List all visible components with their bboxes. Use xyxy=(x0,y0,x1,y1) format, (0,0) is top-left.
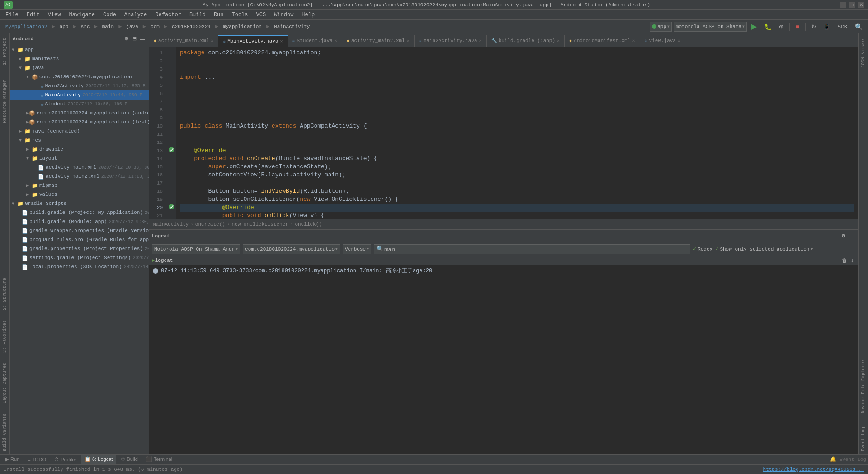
toolbar-project-breadcrumb[interactable]: MyApplication2 xyxy=(3,22,50,32)
logcat-clear-button[interactable]: 🗑 xyxy=(840,256,849,265)
toolbar-src[interactable]: src xyxy=(78,22,93,32)
tab-mainactivity-java[interactable]: ☕ MainActivity.java ✕ xyxy=(218,35,288,47)
tree-package-androidtest[interactable]: ▶ 📦 com.c201801020224.myapplication (and… xyxy=(10,109,149,118)
right-tab-device-explorer[interactable]: Device File Explorer xyxy=(859,356,867,416)
run-button[interactable]: ▶ xyxy=(749,22,760,32)
avd-button[interactable]: 📱 xyxy=(821,22,833,32)
logcat-scroll-end-button[interactable]: ↓ xyxy=(849,256,855,265)
tab-close-active[interactable]: ✕ xyxy=(280,38,283,44)
logcat-settings-button[interactable]: ⚙ xyxy=(840,231,847,241)
bottom-tab-profiler[interactable]: ⏱ Profiler xyxy=(51,455,80,464)
menu-refactor[interactable]: Refactor xyxy=(151,11,185,19)
run-config-selector[interactable]: app ▼ xyxy=(650,22,672,32)
logcat-device-selector[interactable]: Motorola AOSP On Shama Andr ▼ xyxy=(152,244,240,254)
tree-gradle-properties[interactable]: ▶ 📄 gradle.properties (Project Propertie… xyxy=(10,244,149,253)
right-tab-event-log[interactable]: Event Log xyxy=(859,424,867,454)
tree-mipmap[interactable]: ▶ 📁 mipmap xyxy=(10,181,149,190)
logcat-regex-check[interactable]: ✓ Regex xyxy=(693,246,712,252)
logcat-search-input[interactable] xyxy=(374,244,690,254)
toolbar-com[interactable]: com xyxy=(148,22,162,32)
tab-close-manifest[interactable]: ✕ xyxy=(632,38,635,43)
tab-close-view[interactable]: ✕ xyxy=(678,38,680,43)
tree-gradle-scripts[interactable]: ▼ 📁 Gradle Scripts xyxy=(10,199,149,208)
tab-close[interactable]: ✕ xyxy=(211,38,213,43)
menu-view[interactable]: View xyxy=(44,11,65,19)
tab-close-xml2[interactable]: ✕ xyxy=(407,38,410,43)
menu-vcs[interactable]: VCS xyxy=(253,11,270,19)
close-button[interactable]: ✕ xyxy=(858,2,864,8)
tree-layout[interactable]: ▼ 📁 layout xyxy=(10,154,149,163)
bottom-tab-logcat[interactable]: 📋 6: Logcat xyxy=(81,455,116,464)
code-content[interactable]: package com.c201801020224.myapplication;… xyxy=(176,47,858,219)
logcat-minimize-button[interactable]: — xyxy=(849,231,855,241)
sidebar-tab-build-variants[interactable]: Build Variants xyxy=(1,411,9,454)
project-panel-collapse[interactable]: ⊟ xyxy=(132,34,137,44)
event-log-link[interactable]: 🔔 Event Log xyxy=(830,456,866,462)
breadcrumb-onclick[interactable]: onClick() xyxy=(295,222,321,227)
breadcrumb-oncreate[interactable]: onCreate() xyxy=(195,222,225,227)
maximize-button[interactable]: □ xyxy=(849,2,855,8)
menu-analyze[interactable]: Analyze xyxy=(121,11,151,19)
sidebar-tab-resource-manager[interactable]: Resource Manager xyxy=(1,77,9,126)
breadcrumb-onclicklistener[interactable]: new OnClickListener xyxy=(231,222,288,227)
bottom-tab-todo[interactable]: ≡ TODO xyxy=(24,455,50,464)
tree-java[interactable]: ▼ 📁 java xyxy=(10,63,149,72)
minimize-button[interactable]: – xyxy=(840,2,846,8)
tab-close-student[interactable]: ✕ xyxy=(335,38,337,43)
sdk-button[interactable]: SDK xyxy=(835,22,850,32)
tree-manifests[interactable]: ▶ 📁 manifests xyxy=(10,54,149,63)
tree-activity-main2-xml[interactable]: ▶ 📄 activity_main2.xml 2020/7/12 11:13, … xyxy=(10,172,149,181)
bottom-tab-run[interactable]: ▶ Run xyxy=(2,455,23,464)
tree-gradle-wrapper[interactable]: ▶ 📄 gradle-wrapper.properties (Gradle Ve… xyxy=(10,226,149,235)
toolbar-package[interactable]: c201801020224 xyxy=(169,22,213,32)
tab-view-java[interactable]: ☕ View.java ✕ xyxy=(640,35,685,47)
attach-button[interactable]: ⊕ xyxy=(776,22,786,32)
tab-main2activity-java[interactable]: ☕ Main2Activity.java ✕ xyxy=(415,35,487,47)
tree-drawable[interactable]: ▶ 📁 drawable xyxy=(10,145,149,154)
menu-tools[interactable]: Tools xyxy=(228,11,252,19)
tree-settings-gradle[interactable]: ▶ 📄 settings.gradle (Project Settings) 2… xyxy=(10,253,149,262)
search-everywhere-button[interactable]: 🔍 xyxy=(852,22,865,32)
project-panel-settings[interactable]: ⚙ xyxy=(123,34,130,44)
logcat-package-selector[interactable]: com.c201801020224.myapplicatio ▼ xyxy=(243,244,340,254)
bottom-tab-terminal[interactable]: ⬛ Terminal xyxy=(142,455,176,464)
status-bar-right[interactable]: https://blog.csdn.net/qq=466263... xyxy=(763,467,864,472)
menu-run[interactable]: Run xyxy=(210,11,227,19)
sidebar-tab-favorites[interactable]: 2: Favorites xyxy=(1,318,9,356)
tab-close-main2[interactable]: ✕ xyxy=(479,38,482,43)
tree-values[interactable]: ▶ 📁 values xyxy=(10,190,149,199)
tree-local-properties[interactable]: ▶ 📄 local.properties (SDK Location) 2020… xyxy=(10,262,149,271)
tree-res[interactable]: ▼ 📁 res xyxy=(10,136,149,145)
logcat-level-selector[interactable]: Verbose ▼ xyxy=(343,244,371,254)
tab-build-gradle[interactable]: 🔧 build.gradle (:app) ✕ xyxy=(487,35,565,47)
logcat-show-only-check[interactable]: ✓ Show only selected application ▼ xyxy=(715,246,813,252)
project-panel-minimize[interactable]: — xyxy=(139,34,146,44)
tab-activity-main-xml[interactable]: ◆ activity_main.xml ✕ xyxy=(149,35,218,47)
tree-package-main[interactable]: ▼ 📦 com.c201801020224.myapplication xyxy=(10,72,149,81)
tree-proguard[interactable]: ▶ 📄 proguard-rules.pro (Gradle Rules for… xyxy=(10,235,149,244)
breadcrumb-mainactivity[interactable]: MainActivity xyxy=(153,222,189,227)
debug-button[interactable]: 🐛 xyxy=(761,22,774,32)
tree-build-gradle-app[interactable]: ▶ 📄 build.gradle (Module: app) 2020/7/12… xyxy=(10,217,149,226)
toolbar-main[interactable]: main xyxy=(99,22,117,32)
tree-package-test[interactable]: ▶ 📦 com.c201801020224.myapplication (tes… xyxy=(10,118,149,127)
menu-navigate[interactable]: Navigate xyxy=(65,11,99,19)
sidebar-tab-project[interactable]: 1: Project xyxy=(1,35,9,68)
toolbar-mainactivity[interactable]: MainActivity xyxy=(271,22,312,32)
stop-button[interactable]: ■ xyxy=(793,22,802,32)
menu-file[interactable]: File xyxy=(2,11,22,19)
menu-edit[interactable]: Edit xyxy=(23,11,43,19)
right-tab-json-viewer[interactable]: JOSN Viewer xyxy=(859,35,867,71)
bottom-tab-build[interactable]: ⚙ Build xyxy=(117,455,142,464)
tree-activity-main-xml[interactable]: ▶ 📄 activity_main.xml 2020/7/12 10:33, 8… xyxy=(10,163,149,172)
tree-java-generated[interactable]: ▶ 📁 java (generated) xyxy=(10,127,149,136)
toolbar-myapplication[interactable]: myapplication xyxy=(220,22,264,32)
tree-student[interactable]: ▶ ☕ Student 2020/7/12 10:56, 186 B xyxy=(10,100,149,109)
tree-build-gradle-project[interactable]: ▶ 📄 build.gradle (Project: My Applicatio… xyxy=(10,208,149,217)
menu-help[interactable]: Help xyxy=(298,11,318,19)
sync-button[interactable]: ↻ xyxy=(809,22,819,32)
tree-main2activity[interactable]: ▶ ☕ Main2Activity 2020/7/12 11:17, 835 B xyxy=(10,81,149,90)
menu-code[interactable]: Code xyxy=(99,11,120,19)
tab-activity-main2-xml[interactable]: ◆ activity_main2.xml ✕ xyxy=(342,35,415,47)
toolbar-java[interactable]: java xyxy=(123,22,141,32)
